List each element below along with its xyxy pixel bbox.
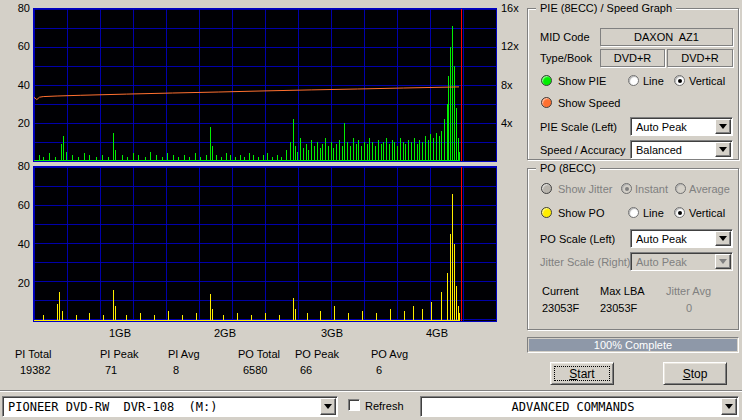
chevron-down-icon [719,236,727,241]
pie-axis-label: 20 [3,117,30,129]
chevron-down-icon [719,259,727,264]
po-scale-value: Auto Peak [636,233,714,245]
stat-label: PO Peak [295,348,371,364]
stat-value: 6 [371,364,431,380]
refresh-checkbox[interactable] [348,399,360,411]
po-scale-dropdown-button[interactable] [715,231,731,246]
start-button-label: S [569,367,577,381]
po-group-title: PO (8ECC) [536,162,600,175]
po-axis-label: 80 [3,160,30,172]
jitter-average-label: Average [689,183,730,196]
pie-scale-dropdown[interactable]: Auto Peak [630,117,733,136]
progress-bar: 100% Complete [527,337,739,353]
pie-scale-value: Auto Peak [636,121,714,133]
jitter-instant-label: Instant [635,183,668,196]
stat-value: 66 [295,364,371,380]
chevron-down-icon [725,404,733,409]
stat-label: PO Total [238,348,295,364]
progress-fill: 100% Complete [529,339,737,351]
drive-select-dropdown[interactable]: PIONEER DVD-RW DVR-108 (M:) [2,396,338,417]
po-axis-label: 60 [3,199,30,211]
pie-graph-plot [33,8,497,162]
chevron-down-icon [324,404,332,409]
drive-select-value: PIONEER DVD-RW DVR-108 (M:) [8,400,319,414]
refresh-label: Refresh [365,400,404,413]
jitter-scale-dropdown: Auto Peak [630,252,733,271]
speed-accuracy-label: Speed / Accuracy [540,144,626,157]
current-value: 23053F [542,302,579,315]
po-settings-group: PO (8ECC) Show Jitter Instant Average Sh… [527,168,739,330]
po-vertical-radio[interactable] [674,207,685,218]
po-graph-canvas [34,167,496,321]
stat-label: PI Avg [168,348,238,364]
pie-line-label: Line [643,75,664,88]
stat-value: 19382 [15,364,100,380]
show-po-label: Show PO [558,207,604,220]
speed-accuracy-dropdown[interactable]: Balanced [630,140,733,159]
start-button[interactable]: Start [550,362,614,385]
po-axis-label: 40 [3,238,30,250]
advanced-commands-value: ADVANCED COMMANDS [426,400,720,414]
po-vertical-label: Vertical [689,207,725,220]
po-scale-label: PO Scale (Left) [540,233,615,246]
speed-axis-label: 16x [501,2,527,14]
speed-axis-label: 12x [501,40,527,52]
jitter-average-radio [675,183,686,194]
show-jitter-led [541,183,552,194]
speed-axis-label: 8x [501,79,527,91]
x-axis-label: 1GB [103,327,137,339]
show-pie-label: Show PIE [558,75,606,88]
mid-code-label: MID Code [540,31,590,44]
show-pie-led[interactable] [541,75,552,86]
jitter-scale-label: Jitter Scale (Right) [540,256,630,269]
po-axis-label: 20 [3,277,30,289]
po-scale-dropdown[interactable]: Auto Peak [630,229,733,248]
pie-axis-label: 60 [3,40,30,52]
stat-label: PO Avg [371,348,431,364]
progress-text: 100% Complete [594,339,672,351]
start-button-label-rest: tart [577,367,594,381]
show-po-led[interactable] [541,207,552,218]
advanced-commands-dropdown-button[interactable] [721,398,737,415]
stat-label: PI Peak [100,348,168,364]
jitter-avg-value: 0 [686,302,692,315]
kprobe-window: { "colors": { "pie_green": "#00ee00", "p… [0,0,742,420]
pie-scale-dropdown-button[interactable] [715,119,731,134]
stat-value: 6580 [238,364,295,380]
x-axis-label: 4GB [420,327,454,339]
stat-label: PI Total [15,348,100,364]
po-line-label: Line [643,207,664,220]
speed-accuracy-dropdown-button[interactable] [715,142,731,157]
show-speed-label: Show Speed [558,97,620,110]
stop-button-label: S [683,367,691,381]
chevron-down-icon [719,147,727,152]
disc-type-value: DVD+R [600,49,665,67]
stat-value: 8 [168,364,238,380]
pie-vertical-radio[interactable] [674,75,685,86]
x-axis-label: 3GB [315,327,349,339]
x-axis-label: 2GB [208,327,242,339]
jitter-scale-dropdown-button [715,254,731,269]
type-book-label: Type/Book [540,52,592,65]
divider [0,390,742,392]
advanced-commands-dropdown[interactable]: ADVANCED COMMANDS [420,396,739,417]
pie-axis-label: 40 [3,79,30,91]
show-speed-led[interactable] [541,97,552,108]
book-type-value: DVD+R [667,49,733,67]
max-lba-value: 23053F [600,302,637,315]
po-line-radio[interactable] [628,207,639,218]
stat-value: 71 [100,364,168,380]
pie-scale-label: PIE Scale (Left) [540,121,617,134]
pie-settings-group: PIE (8ECC) / Speed Graph MID Code DAXON … [527,8,739,160]
pie-graph-canvas [34,9,496,161]
current-label: Current [542,285,579,298]
stop-button-label-rest: top [691,367,708,381]
jitter-avg-label: Jitter Avg [666,285,711,298]
drive-dropdown-button[interactable] [320,398,336,415]
stop-button[interactable]: Stop [663,362,727,385]
pie-axis-label: 80 [3,2,30,14]
pie-line-radio[interactable] [628,75,639,86]
po-graph-plot [33,166,497,322]
show-jitter-label: Show Jitter [558,183,612,196]
pie-group-title: PIE (8ECC) / Speed Graph [536,2,676,15]
